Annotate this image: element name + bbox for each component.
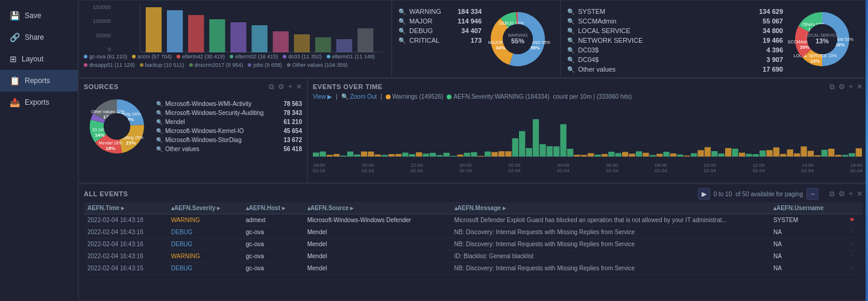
sources-list: 🔍 Microsoft-Windows-WMI-Activity 78 563 …: [156, 99, 302, 154]
time-bar: [697, 150, 703, 157]
source-icon: 🔍: [156, 137, 163, 143]
user-count: 19 466: [763, 37, 783, 44]
source-icon: 🔍: [156, 146, 163, 152]
sources-copy-icon[interactable]: ⧉: [269, 82, 274, 91]
events-close-icon[interactable]: ✕: [857, 82, 863, 91]
events-gear-icon[interactable]: ⚙: [838, 82, 845, 91]
sources-gear-icon[interactable]: ⚙: [278, 82, 285, 91]
share-icon: 🔗: [10, 33, 20, 42]
user-icon: 🔍: [567, 37, 574, 44]
table-column-header[interactable]: ▴AEFN.Host ▸: [242, 202, 304, 214]
no-flag: ⚐: [849, 265, 855, 272]
source-name: Other values: [165, 146, 281, 152]
time-bar: [478, 156, 484, 157]
time-bar: [491, 152, 497, 157]
x-axis-label: 18:00 02-03: [313, 163, 325, 173]
table-column-header[interactable]: ▴AEFN.Source ▸: [304, 202, 451, 214]
events-chart: 18:00 02-0320:00 02-0322:00 02-0300:00 0…: [313, 102, 863, 169]
no-flag: ⚐: [849, 229, 855, 235]
time-bar: [800, 146, 807, 157]
cell-username: NA: [770, 262, 846, 275]
cell-host: gc-ova: [242, 226, 304, 238]
severity-count: 184 334: [458, 8, 482, 15]
time-bar: [808, 150, 814, 157]
time-bar: [760, 150, 766, 157]
username: DC03$: [578, 46, 763, 54]
sources-add-icon[interactable]: +: [288, 82, 292, 91]
severity-list: 🔍 WARNING 184 334 🔍 MAJOR 114 946 🔍 DEBU…: [398, 4, 482, 73]
sidebar-item-layout[interactable]: ⊞ Layout: [0, 48, 78, 70]
time-bar: [485, 152, 491, 157]
time-bar: [382, 155, 388, 157]
time-bar: [519, 131, 525, 157]
events-copy-icon[interactable]: ⧉: [829, 82, 835, 91]
events-zoom-link[interactable]: 🔍 Zoom Out: [341, 93, 377, 100]
sidebar-label-exports: Exports: [25, 98, 49, 107]
legend-item: gc-ova (61 210): [84, 54, 127, 60]
table-add-icon[interactable]: +: [849, 190, 853, 198]
time-bar: [388, 154, 394, 157]
donut-label: Other values 17%: [91, 110, 125, 114]
user-row: 🔍 SYSTEM 134 629: [567, 7, 783, 16]
events-add-icon[interactable]: +: [849, 82, 853, 91]
sources-panel: SOURCES ⧉ ⚙ + ✕ Activity 24%24%Auditing …: [78, 78, 307, 183]
table-column-header[interactable]: ▴AEFN.Message ▸: [451, 202, 770, 214]
x-axis-label: 02:00 02-04: [508, 163, 520, 173]
nav-prev-btn[interactable]: ▶: [698, 188, 710, 200]
donut-pct: 18%: [105, 146, 115, 151]
time-bar: [375, 155, 381, 157]
table-header-columns: AEFN.Time ▸▴AEFN.Severity ▸▴AEFN.Host ▸▴…: [84, 202, 863, 214]
cell-source: Mendel: [304, 262, 451, 275]
user-row: 🔍 SCCMAdmin 55 067: [567, 16, 783, 26]
table-column-header[interactable]: ▴AEFN.Username: [770, 202, 846, 214]
no-flag: ⚐: [849, 241, 855, 247]
time-bar: [450, 156, 456, 157]
time-bar: [711, 151, 717, 157]
time-bar: [430, 153, 436, 157]
svg-rect-5: [188, 15, 204, 52]
severity-count: 114 946: [458, 17, 482, 25]
mid-row: SOURCES ⧉ ⚙ + ✕ Activity 24%24%Auditing …: [78, 78, 868, 184]
cell-host: gc-ova: [242, 238, 304, 250]
source-row: 🔍 Microsoft-Windows-WMI-Activity 78 563: [156, 99, 302, 108]
cell-flag: ⚐: [846, 238, 863, 250]
source-count: 78 343: [283, 110, 302, 116]
table-row: 2022-02-04 16:43:16 WARNING gc-ova Mende…: [84, 250, 863, 262]
table-close-icon[interactable]: ✕: [857, 190, 863, 198]
user-count: 4 396: [766, 46, 783, 54]
source-row: 🔍 Microsoft-Windows-Security-Auditing 78…: [156, 108, 302, 117]
events-view-link[interactable]: View ▶: [313, 93, 332, 100]
time-bar: [581, 155, 587, 157]
time-bar: [780, 154, 786, 157]
sources-close-icon[interactable]: ✕: [296, 82, 302, 91]
table-column-header[interactable]: ▴AEFN.Severity ▸: [168, 202, 242, 214]
user-row: 🔍 DC04$ 3 907: [567, 55, 783, 64]
svg-rect-3: [146, 7, 162, 52]
table-body: 2022-02-04 16:43:18 WARNING admext Micro…: [84, 214, 863, 275]
source-count: 78 563: [283, 101, 302, 107]
time-bar: [341, 156, 347, 157]
nav-next-btn[interactable]: →: [807, 188, 819, 200]
sidebar-item-reports[interactable]: 📋 Reports: [0, 70, 78, 92]
sources-panel-header: SOURCES ⧉ ⚙ + ✕: [84, 82, 302, 91]
time-bar: [313, 152, 319, 157]
time-bar: [753, 154, 759, 157]
source-icon: 🔍: [156, 128, 163, 134]
layout-icon: ⊞: [10, 54, 17, 64]
source-icon: 🔍: [156, 101, 163, 107]
table-gear-icon[interactable]: ⚙: [838, 190, 845, 198]
cell-severity: WARNING: [168, 214, 242, 226]
sidebar-item-exports[interactable]: 📤 Exports: [0, 92, 78, 113]
legend-item: elterm01 (11 149): [327, 54, 375, 60]
sidebar-item-save[interactable]: 💾 Save: [0, 5, 78, 26]
cell-time: 2022-02-04 16:43:16: [84, 226, 168, 238]
legend-dot: [84, 63, 87, 67]
time-bar: [395, 154, 401, 157]
username: LOCAL SERVICE: [578, 27, 759, 34]
sidebar-item-share[interactable]: 🔗 Share: [0, 26, 78, 48]
cell-severity: DEBUG: [168, 262, 242, 275]
user-count: 17 690: [763, 66, 783, 73]
table-copy-icon[interactable]: ⧉: [829, 190, 835, 198]
sidebar-label-save: Save: [25, 11, 41, 20]
table-column-header[interactable]: AEFN.Time ▸: [84, 202, 168, 214]
